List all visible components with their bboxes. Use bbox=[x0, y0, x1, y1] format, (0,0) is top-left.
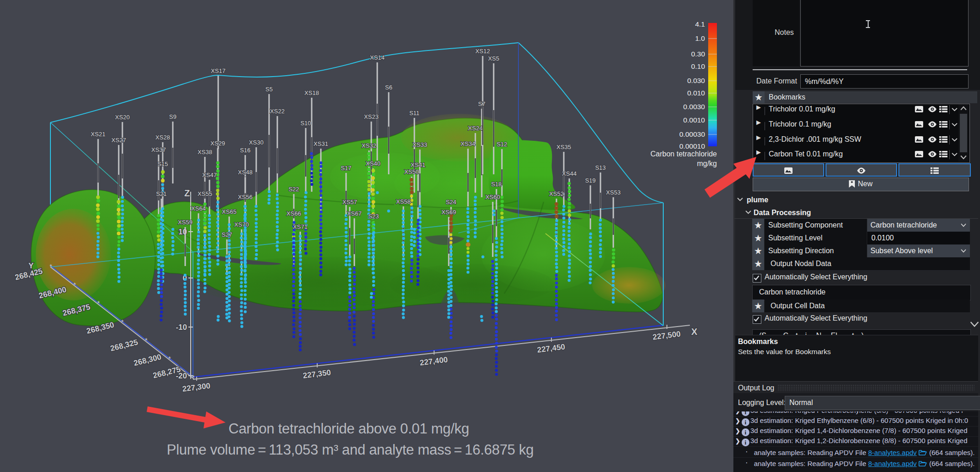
svg-text:227,500: 227,500 bbox=[652, 329, 681, 341]
svg-text:XS17: XS17 bbox=[211, 67, 226, 74]
svg-text:XS65: XS65 bbox=[222, 208, 237, 215]
svg-text:XS71: XS71 bbox=[293, 223, 308, 230]
svg-text:Z: Z bbox=[184, 188, 190, 198]
svg-text:XS40: XS40 bbox=[366, 160, 380, 167]
svg-text:S21: S21 bbox=[156, 190, 166, 197]
svg-text:S9: S9 bbox=[169, 113, 176, 120]
svg-text:XS52: XS52 bbox=[549, 190, 564, 197]
svg-text:XS32: XS32 bbox=[362, 142, 376, 149]
svg-text:0.0010: 0.0010 bbox=[683, 116, 705, 124]
svg-text:X: X bbox=[691, 327, 698, 337]
svg-text:XS66: XS66 bbox=[286, 210, 301, 217]
svg-text:-20: -20 bbox=[176, 372, 187, 380]
svg-text:XS56: XS56 bbox=[238, 194, 253, 200]
svg-text:XS64: XS64 bbox=[191, 205, 206, 212]
svg-text:S11: S11 bbox=[409, 110, 419, 117]
svg-text:Plume volume = 113,053 m³ and: Plume volume = 113,053 m³ and analyte ma… bbox=[167, 442, 534, 458]
svg-text:XS70: XS70 bbox=[234, 221, 249, 228]
svg-text:XS37: XS37 bbox=[151, 146, 166, 153]
svg-text:*: * bbox=[97, 299, 100, 307]
svg-text:-10: -10 bbox=[176, 323, 187, 332]
svg-text:0.00010: 0.00010 bbox=[679, 142, 705, 150]
svg-text:XS30: XS30 bbox=[249, 139, 264, 146]
svg-text:XS29: XS29 bbox=[210, 140, 225, 147]
svg-text:Y: Y bbox=[28, 261, 34, 270]
svg-text:XS38: XS38 bbox=[198, 149, 212, 155]
svg-text:S23: S23 bbox=[368, 213, 379, 220]
svg-text:268,300: 268,300 bbox=[133, 352, 162, 367]
svg-text:227,300: 227,300 bbox=[182, 381, 211, 393]
svg-text:S15: S15 bbox=[157, 161, 168, 167]
svg-text:268,325: 268,325 bbox=[110, 338, 139, 353]
svg-text:*: * bbox=[73, 281, 76, 289]
svg-text:XS18: XS18 bbox=[304, 89, 319, 96]
svg-text:S18: S18 bbox=[491, 181, 501, 188]
svg-text:S10: S10 bbox=[300, 120, 311, 127]
svg-text:S12: S12 bbox=[496, 141, 507, 148]
svg-text:S17: S17 bbox=[341, 165, 351, 172]
svg-text:XS50: XS50 bbox=[404, 168, 419, 175]
svg-text:S19: S19 bbox=[585, 177, 595, 184]
svg-text:0.030: 0.030 bbox=[687, 77, 705, 84]
svg-text:*: * bbox=[121, 318, 124, 326]
svg-text:S13: S13 bbox=[595, 164, 606, 171]
svg-text:XS58: XS58 bbox=[396, 198, 411, 205]
svg-text:XS67: XS67 bbox=[347, 210, 362, 217]
svg-text:S5: S5 bbox=[265, 86, 273, 93]
svg-text:XS22: XS22 bbox=[270, 108, 285, 115]
svg-text:XS34: XS34 bbox=[461, 140, 475, 147]
svg-text:XS27: XS27 bbox=[111, 137, 126, 144]
svg-text:XS35: XS35 bbox=[556, 144, 571, 150]
svg-text:XS44: XS44 bbox=[562, 170, 577, 177]
svg-text:XS31: XS31 bbox=[314, 140, 328, 147]
svg-text:XS55: XS55 bbox=[198, 190, 212, 197]
svg-text:0.00030: 0.00030 bbox=[679, 130, 705, 138]
svg-text:S22: S22 bbox=[288, 186, 299, 193]
svg-text:XS12: XS12 bbox=[475, 48, 490, 55]
svg-text:XS57: XS57 bbox=[342, 199, 357, 205]
svg-text:XS14: XS14 bbox=[370, 54, 385, 61]
svg-text:S6: S6 bbox=[385, 84, 392, 91]
svg-text:Carbon tetrachloride above 0.0: Carbon tetrachloride above 0.01 mg/kg bbox=[229, 421, 469, 437]
svg-text:XS69: XS69 bbox=[441, 209, 456, 216]
svg-text:S24: S24 bbox=[446, 199, 456, 205]
svg-text:XS41: XS41 bbox=[411, 161, 425, 168]
svg-text:*: * bbox=[50, 262, 52, 270]
svg-text:XS5: XS5 bbox=[488, 55, 500, 62]
svg-text:XS23: XS23 bbox=[364, 113, 379, 120]
svg-text:S16: S16 bbox=[240, 147, 250, 154]
svg-text:0.010: 0.010 bbox=[687, 89, 705, 97]
svg-text:mg/kg: mg/kg bbox=[697, 160, 717, 167]
svg-text:XS59: XS59 bbox=[178, 219, 193, 226]
svg-text:XS28: XS28 bbox=[155, 134, 170, 141]
svg-text:XS33: XS33 bbox=[413, 141, 427, 148]
svg-text:S27: S27 bbox=[221, 231, 232, 238]
svg-text:0.10: 0.10 bbox=[691, 62, 705, 70]
svg-text:*: * bbox=[145, 336, 148, 344]
svg-text:227,350: 227,350 bbox=[303, 368, 331, 380]
svg-text:4.1: 4.1 bbox=[695, 20, 705, 28]
svg-text:XS60: XS60 bbox=[485, 194, 500, 200]
svg-text:*: * bbox=[168, 355, 171, 362]
svg-text:XS47: XS47 bbox=[202, 172, 217, 178]
svg-text:227,450: 227,450 bbox=[537, 342, 566, 354]
svg-text:0.30: 0.30 bbox=[691, 50, 705, 58]
svg-text:1.0: 1.0 bbox=[695, 34, 705, 42]
svg-text:227,400: 227,400 bbox=[419, 355, 448, 367]
svg-text:S7: S7 bbox=[478, 100, 485, 107]
svg-text:0.0030: 0.0030 bbox=[683, 103, 705, 111]
svg-text:XS21: XS21 bbox=[91, 131, 105, 138]
svg-text:XS48: XS48 bbox=[238, 169, 253, 176]
svg-text:XS53: XS53 bbox=[606, 189, 621, 196]
svg-text:XS24: XS24 bbox=[468, 125, 483, 132]
svg-text:XS20: XS20 bbox=[115, 114, 130, 121]
svg-text:*: * bbox=[192, 373, 195, 381]
svg-text:Carbon tetrachloride: Carbon tetrachloride bbox=[650, 150, 717, 158]
